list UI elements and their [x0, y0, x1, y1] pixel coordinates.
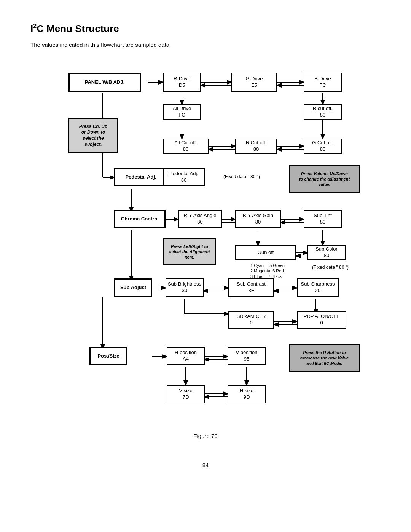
flowchart: PANEL W/B ADJ. R-DriveD5 G-DriveE5 B-Dri… [30, 59, 381, 421]
gun-off-box: Gun off [235, 245, 296, 260]
sub-contrast-box: Sub Contrast3F [228, 278, 274, 297]
sdram-clr-box: SDRAM CLR0 [228, 311, 274, 329]
all-cutoff-box: All Cut off.80 [163, 139, 209, 154]
h-size-box: H size9D [228, 385, 266, 403]
sub-color-box: Sub Color80 [307, 245, 346, 260]
sub-adjust-box: Sub Adjust [114, 278, 152, 297]
all-drive-box: All DriveFC [163, 104, 201, 120]
pos-size-box: Pos./Size [89, 347, 127, 365]
page-number: 84 [30, 462, 381, 468]
press-lr-box: Press Left/Right toselect the Alignmenti… [163, 238, 216, 265]
sub-brightness-box: Sub Brightness30 [166, 278, 204, 297]
r-cutoff-top-box: R cut off.80 [304, 104, 342, 120]
v-position-box: V position95 [228, 347, 266, 365]
panel-wb-box: PANEL W/B ADJ. [68, 73, 141, 92]
r-cutoff-mid-box: R Cut off.80 [235, 139, 277, 154]
pedestal-adj-right-box: Pedestal Adj.80 [163, 168, 205, 186]
sub-tint-box: Sub Tint80 [304, 210, 342, 228]
r-drive-box: R-DriveD5 [163, 73, 201, 92]
fixed-80-label: (Fixed data " 80 ") [211, 172, 272, 182]
press-ch-box: Press Ch. Upor Down toselect thesubject. [68, 118, 118, 153]
pdp-ai-box: PDP AI ON/OFF0 [297, 311, 346, 329]
page-title: I2C Menu Structure [30, 23, 381, 35]
fixed-80b-label: (Fixed data " 80 ") [304, 263, 357, 272]
figure-caption: Figure 70 [30, 433, 381, 439]
press-vol-box: Press Volume Up/Downto change the adjust… [289, 165, 360, 193]
g-cutoff-box: G Cut off.80 [304, 139, 342, 154]
press-r-box: Press the R Button tomemorize the new Va… [289, 344, 360, 372]
chroma-control-box: Chroma Control [114, 210, 166, 228]
by-axis-box: B-Y Axis Gain80 [235, 210, 281, 228]
h-position-box: H positionA4 [167, 347, 205, 365]
ry-axis-box: R-Y Axis Angle80 [178, 210, 222, 228]
v-size-box: V size7D [167, 385, 205, 403]
pedestal-adj-left-box: Pedestal Adj. [114, 168, 167, 186]
b-drive-box: B-DriveFC [304, 73, 342, 92]
subtitle: The values indicated in this flowchart a… [30, 42, 381, 48]
sub-sharpness-box: Sub Sharpness20 [297, 278, 339, 297]
g-drive-box: G-DriveE5 [231, 73, 277, 92]
